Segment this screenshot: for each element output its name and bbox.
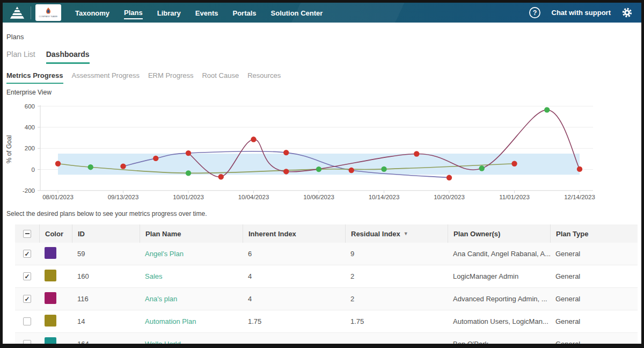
flame-icon [45,8,52,15]
inherent-index-value: 4 [243,295,345,303]
plan-name-link[interactable]: Automation Plan [140,317,243,325]
row-checkbox[interactable] [23,340,31,348]
tab-dashboards[interactable]: Dashboards [46,50,90,64]
row-checkbox[interactable]: ✓ [23,295,31,303]
column-header-plan-type[interactable]: Plan Type [550,224,638,243]
nav-item-taxonomy[interactable]: Taxonomy [75,7,109,19]
subtab-metrics-progress[interactable]: Metrics Progress [6,71,63,84]
y-axis-label: % of Goal [5,135,13,164]
column-header-color[interactable]: Color [39,224,72,243]
plan-color-swatch [45,270,56,281]
metrics-progress-chart: 6004002000-20008/01/202309/13/202310/01/… [3,98,641,207]
svg-text:?: ? [532,9,537,17]
row-checkbox[interactable] [23,317,31,325]
plan-name-link[interactable]: Ana's plan [140,295,243,303]
nav-item-events[interactable]: Events [195,7,218,19]
data-point [88,164,93,170]
plan-owners-value: LogicManager Admin [448,272,550,280]
plan-type-value: General [550,317,638,325]
residual-index-value: 2 [345,272,448,280]
data-point [414,151,419,156]
data-point [153,156,158,161]
column-header-plan-owners[interactable]: Plan Owner(s) [448,224,550,243]
data-point [544,107,550,112]
residual-index-label: Residual Index [351,230,400,238]
plan-color-swatch [45,337,56,348]
plan-name-link[interactable]: Wello Horld [140,340,243,348]
table-row: ✓116Ana's plan42Advanced Reporting Admin… [15,288,638,310]
plans-table: Color ID Plan Name Inherent Index Residu… [15,224,638,348]
plan-id: 14 [72,317,140,325]
svg-text:10/14/2023: 10/14/2023 [369,194,400,200]
data-point [186,170,191,176]
plan-type-value: General [550,340,638,348]
data-point [55,161,61,166]
plan-owners-value: Advanced Reporting Admin, ... [448,295,550,303]
nav-item-library[interactable]: Library [157,7,181,19]
row-checkbox[interactable]: ✓ [23,272,31,280]
nav-item-solution-center[interactable]: Solution Center [271,7,323,19]
main-menu: Taxonomy Plans Library Events Portals So… [75,6,323,19]
table-row: 14Automation Plan1.751.75Automation User… [15,310,638,333]
select-plans-hint: Select the desired plans below to see yo… [6,210,207,218]
nav-divider [31,6,31,19]
plan-name-link[interactable]: Angel's Plan [140,250,243,258]
row-checkbox[interactable]: ✓ [23,250,31,258]
data-point [283,150,289,155]
svg-text:400: 400 [25,124,35,130]
svg-text:10/20/2023: 10/20/2023 [434,194,465,200]
subtab-resources[interactable]: Resources [247,71,281,84]
residual-index-value: 1.75 [345,317,448,325]
sort-descending-icon: ▼ [404,231,408,236]
plan-color-swatch [45,247,56,259]
svg-text:10/04/2023: 10/04/2023 [238,194,269,200]
data-point [120,163,126,169]
top-navbar: COMPANY NAME Taxonomy Plans Library Even… [3,3,641,23]
plan-color-swatch [45,315,56,327]
svg-text:-200: -200 [23,187,35,194]
logicmanager-logo-icon[interactable] [9,5,25,20]
enterprise-view-label: Enterprise View [6,89,52,96]
nav-item-plans[interactable]: Plans [124,6,143,19]
company-logo[interactable]: COMPANY NAME [35,4,61,21]
subtab-assessment-progress[interactable]: Assessment Progress [72,71,140,84]
plan-color-swatch [45,292,56,304]
tab-plan-list[interactable]: Plan List [6,50,35,64]
svg-text:200: 200 [25,145,35,151]
data-point [218,174,224,179]
column-header-plan-name[interactable]: Plan Name [140,224,243,243]
svg-text:08/01/2023: 08/01/2023 [42,194,74,200]
chat-with-support-link[interactable]: Chat with support [552,9,611,17]
table-row: ✓160Sales42LogicManager AdminGeneral [15,265,638,288]
table-header-row: Color ID Plan Name Inherent Index Residu… [15,224,638,243]
column-header-id[interactable]: ID [72,224,140,243]
svg-text:600: 600 [25,103,35,110]
select-all-checkbox[interactable] [15,224,39,243]
data-point [381,166,386,172]
page-title: Plans [6,33,24,41]
subtab-erm-progress[interactable]: ERM Progress [148,71,194,84]
data-point [283,169,289,174]
svg-text:10/06/2023: 10/06/2023 [303,194,334,200]
help-icon[interactable]: ? [529,6,541,19]
inherent-index-value: 4 [243,272,345,280]
tab-bar: Plan List Dashboards [6,50,90,64]
plan-name-link[interactable]: Sales [140,272,243,280]
svg-text:10/01/2023: 10/01/2023 [173,194,204,200]
inherent-index-value: 1.75 [243,317,345,325]
column-header-inherent-index[interactable]: Inherent Index [243,224,345,243]
table-row: ✓59Angel's Plan69Ana Candit, Angel Raban… [15,243,638,265]
data-point [349,168,354,173]
plan-owners-value: Ben O'Park [448,340,550,348]
data-point [186,150,191,156]
column-header-residual-index[interactable]: Residual Index ▼ [345,224,448,243]
nav-item-portals[interactable]: Portals [232,7,256,19]
residual-index-value: 9 [345,250,448,258]
inherent-index-value: 6 [243,250,345,258]
subtab-root-cause[interactable]: Root Cause [202,71,239,84]
plan-type-value: General [550,295,638,303]
gear-icon[interactable] [621,7,633,18]
company-name-label: COMPANY NAME [39,15,58,18]
data-point [577,166,582,172]
table-body: ✓59Angel's Plan69Ana Candit, Angel Raban… [15,243,638,348]
